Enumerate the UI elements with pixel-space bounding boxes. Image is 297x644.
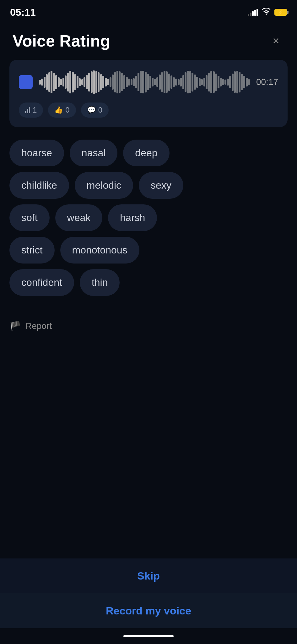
voice-tag[interactable]: nasal bbox=[70, 140, 118, 166]
audio-card: 00:17 1 👍 0 💬 0 bbox=[9, 60, 288, 127]
waveform-bar bbox=[213, 71, 215, 93]
status-bar: 05:11 ⚡ bbox=[0, 0, 297, 22]
voice-tag[interactable]: confident bbox=[9, 269, 74, 296]
skip-button[interactable]: Skip bbox=[0, 558, 297, 593]
waveform-bar bbox=[119, 71, 121, 93]
waveform-bar bbox=[114, 72, 116, 92]
waveform-bar bbox=[201, 79, 203, 85]
comments-stat[interactable]: 💬 0 bbox=[81, 103, 109, 118]
waveform-bar bbox=[156, 77, 158, 87]
waveform-bar bbox=[234, 71, 236, 93]
signal-icon bbox=[248, 9, 258, 16]
likes-stat[interactable]: 👍 0 bbox=[48, 103, 76, 118]
waveform-bar bbox=[206, 75, 208, 89]
waveform-bar bbox=[44, 77, 46, 88]
waveform-bar bbox=[67, 73, 69, 92]
waveform-bar bbox=[243, 76, 245, 88]
waveform-bar bbox=[222, 79, 224, 85]
voice-tag[interactable]: melodic bbox=[75, 172, 133, 199]
header: Voice Rating × bbox=[0, 22, 297, 57]
waveform-bar bbox=[86, 75, 88, 89]
waveform-bar bbox=[112, 75, 114, 90]
record-label: Record my voice bbox=[106, 605, 191, 617]
home-bar bbox=[123, 635, 174, 637]
waveform-bar bbox=[147, 74, 149, 90]
waveform-bar bbox=[91, 71, 93, 93]
voice-tag[interactable]: childlike bbox=[9, 172, 69, 199]
tag-row: confidentthin bbox=[9, 269, 288, 296]
waveform-bar bbox=[164, 71, 165, 93]
waveform-bar bbox=[175, 79, 177, 86]
report-button[interactable]: 🏴 Report bbox=[0, 311, 297, 341]
waveform-bar bbox=[187, 71, 189, 93]
waveform-bar bbox=[232, 74, 234, 91]
waveform-bar bbox=[145, 72, 147, 92]
voice-tag[interactable]: strict bbox=[9, 237, 55, 264]
battery-icon: ⚡ bbox=[274, 9, 287, 16]
waveform-bar bbox=[203, 78, 205, 86]
waveform-bar bbox=[95, 71, 97, 93]
voice-tag[interactable]: thin bbox=[80, 269, 120, 296]
tag-row: childlikemelodicsexy bbox=[9, 172, 288, 199]
waveform-bar bbox=[152, 78, 154, 86]
waveform-bar bbox=[110, 77, 111, 87]
waveform-row: 00:17 bbox=[19, 71, 278, 93]
waveform-bar bbox=[69, 71, 71, 93]
waveform-bar bbox=[60, 79, 62, 85]
voice-tag[interactable]: weak bbox=[55, 204, 103, 231]
play-stop-button[interactable] bbox=[19, 75, 33, 89]
voice-tag[interactable]: hoarse bbox=[9, 140, 64, 166]
bottom-spacer bbox=[0, 341, 297, 429]
waveform-bar bbox=[185, 72, 186, 92]
waveform-bar bbox=[133, 78, 135, 86]
waveform-bar bbox=[72, 72, 74, 92]
waveform-bar bbox=[199, 78, 201, 86]
waveform-bar bbox=[88, 73, 90, 92]
voice-tag[interactable]: sexy bbox=[139, 172, 183, 199]
comments-count: 0 bbox=[98, 106, 102, 114]
waveform-bar bbox=[220, 78, 222, 86]
waveform-bar bbox=[239, 72, 240, 92]
plays-icon bbox=[25, 107, 30, 113]
close-icon: × bbox=[273, 34, 279, 47]
waveform-bar bbox=[170, 75, 172, 89]
waveform-bar bbox=[154, 79, 156, 85]
close-button[interactable]: × bbox=[267, 32, 284, 49]
plays-stat[interactable]: 1 bbox=[19, 103, 43, 118]
waveform-bar bbox=[178, 79, 180, 85]
waveform-bar bbox=[48, 72, 50, 92]
tag-row: strictmonotonous bbox=[9, 237, 288, 264]
waveform-bar bbox=[123, 75, 125, 89]
bottom-buttons: Skip Record my voice bbox=[0, 558, 297, 644]
thumbs-up-icon: 👍 bbox=[54, 106, 63, 114]
waveform-bar bbox=[131, 79, 132, 85]
voice-tag[interactable]: soft bbox=[9, 204, 50, 231]
waveform-bar bbox=[93, 70, 95, 94]
waveform-bar bbox=[192, 73, 193, 92]
voice-tag[interactable]: deep bbox=[123, 140, 169, 166]
waveform-bar bbox=[126, 77, 128, 87]
waveform-bar bbox=[180, 78, 182, 86]
audio-stats: 1 👍 0 💬 0 bbox=[19, 103, 278, 118]
waveform-bar bbox=[248, 79, 250, 85]
waveform-bar bbox=[39, 80, 41, 85]
skip-label: Skip bbox=[137, 570, 160, 582]
waveform-bar bbox=[79, 78, 81, 86]
tags-section: hoarsenasaldeepchildlikemelodicsexysoftw… bbox=[0, 136, 297, 311]
home-indicator bbox=[0, 628, 297, 644]
waveform-bar bbox=[208, 73, 210, 92]
comment-icon: 💬 bbox=[87, 106, 96, 114]
waveform-bar bbox=[65, 75, 67, 89]
page-title: Voice Rating bbox=[13, 31, 110, 50]
waveform-bar bbox=[173, 77, 175, 87]
waveform-bar bbox=[105, 78, 107, 86]
audio-timestamp: 00:17 bbox=[256, 77, 278, 87]
waveform-bar bbox=[210, 71, 212, 93]
waveform-bar bbox=[159, 75, 161, 90]
record-button[interactable]: Record my voice bbox=[0, 593, 297, 628]
waveform-bar bbox=[41, 79, 43, 86]
waveform-bar bbox=[166, 71, 168, 93]
voice-tag[interactable]: monotonous bbox=[60, 237, 139, 264]
voice-tag[interactable]: harsh bbox=[108, 204, 157, 231]
waveform-bar bbox=[77, 76, 78, 88]
